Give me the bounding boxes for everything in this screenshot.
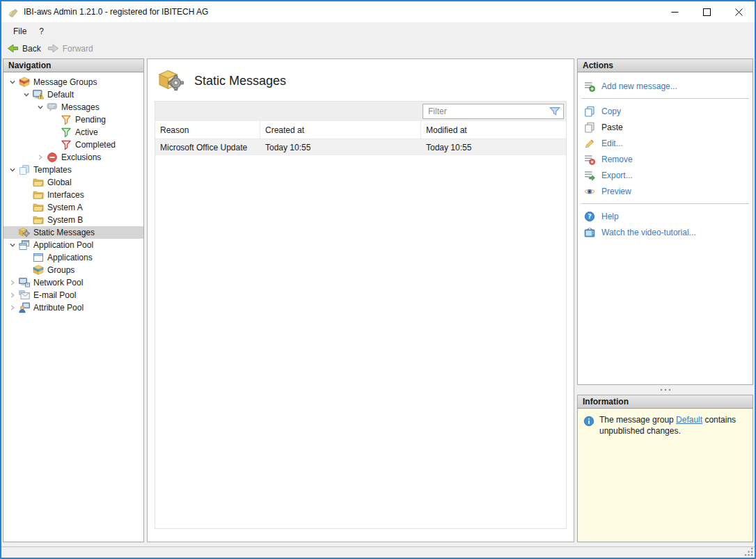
action-label: Add new message... — [601, 81, 677, 91]
tree-item-attribute-pool[interactable]: Attribute Pool — [3, 301, 143, 314]
tree-item-label: Completed — [75, 140, 120, 150]
window-title: IBI-aws Admin 1.21.0 - registered for IB… — [24, 7, 208, 17]
maximize-button[interactable] — [691, 1, 723, 22]
filter-funnel-icon[interactable] — [549, 105, 561, 118]
chevron-spacer — [20, 177, 33, 188]
tree-item-applications[interactable]: Applications — [3, 251, 143, 264]
chevron-collapsed-icon[interactable] — [6, 290, 19, 301]
toolbar: Back Forward — [1, 40, 755, 57]
funnel-red-icon — [61, 139, 72, 150]
title-bar[interactable]: IBI-aws Admin 1.21.0 - registered for IB… — [1, 1, 755, 22]
default-group-link[interactable]: Default — [676, 415, 702, 425]
email-icon — [19, 290, 30, 301]
close-button[interactable] — [723, 1, 755, 22]
action-watch-the-video-tutorial[interactable]: Watch the video-tutorial... — [578, 225, 753, 240]
copy-icon — [584, 106, 595, 117]
tree-item-label: Attribute Pool — [33, 303, 88, 313]
chevron-expanded-icon[interactable] — [6, 239, 19, 251]
main-panel: Static Messages ReasonCreated atModified… — [147, 58, 574, 542]
app-window: IBI-aws Admin 1.21.0 - registered for IB… — [0, 0, 756, 559]
filter-bar — [155, 102, 566, 121]
column-header-reason[interactable]: Reason — [155, 121, 260, 139]
tree-item-global[interactable]: Global — [3, 176, 143, 189]
tree-item-label: Templates — [33, 165, 76, 175]
menu-bar: File ? — [1, 22, 755, 40]
tree-item-messages[interactable]: Messages — [3, 101, 143, 113]
tree-item-exclusions[interactable]: Exclusions — [3, 151, 143, 164]
filter-input[interactable] — [423, 107, 549, 116]
column-header-modified-at[interactable]: Modified at — [421, 121, 566, 139]
tree-item-static-messages[interactable]: Static Messages — [3, 226, 143, 239]
action-label: Remove — [601, 155, 633, 164]
chevron-collapsed-icon[interactable] — [6, 302, 19, 313]
minimize-button[interactable] — [659, 1, 691, 22]
table-header: ReasonCreated atModified at — [155, 121, 566, 139]
window-controls — [659, 1, 755, 22]
tree-item-system-a[interactable]: System A — [3, 201, 143, 214]
forward-button[interactable]: Forward — [45, 41, 97, 56]
tree-item-default[interactable]: Default — [3, 88, 143, 101]
navigation-panel: Navigation Message GroupsDefaultMessages… — [3, 58, 144, 542]
action-help[interactable]: ?Help — [578, 209, 753, 224]
column-header-created-at[interactable]: Created at — [260, 121, 421, 139]
information-message: The message group Default contains unpub… — [599, 415, 747, 436]
tree-item-completed[interactable]: Completed — [3, 139, 143, 151]
tree-item-pending[interactable]: Pending — [3, 113, 143, 126]
tree-item-label: Applications — [47, 253, 97, 262]
resize-grip[interactable] — [744, 547, 754, 557]
chevron-expanded-icon[interactable] — [6, 164, 19, 175]
back-label: Back — [22, 44, 41, 54]
tree-item-label: Active — [75, 127, 102, 137]
tree-item-label: Static Messages — [33, 228, 99, 237]
chevron-expanded-icon[interactable] — [34, 102, 47, 113]
remove-icon — [584, 154, 595, 165]
chevron-spacer — [20, 189, 33, 200]
navigation-tree: Message GroupsDefaultMessagesPendingActi… — [3, 72, 144, 542]
chevron-collapsed-icon[interactable] — [6, 277, 19, 288]
tree-item-e-mail-pool[interactable]: E-mail Pool — [3, 289, 143, 301]
tree-item-interfaces[interactable]: Interfaces — [3, 189, 143, 201]
tree-item-templates[interactable]: Templates — [3, 164, 143, 176]
information-body: The message group Default contains unpub… — [577, 409, 753, 542]
edit-icon — [584, 138, 595, 149]
action-copy[interactable]: Copy — [578, 104, 753, 119]
chevron-collapsed-icon[interactable] — [34, 152, 47, 163]
action-remove[interactable]: Remove — [578, 152, 753, 167]
actions-panel: Actions Add new message...CopyPasteEdit.… — [577, 58, 753, 385]
tree-item-application-pool[interactable]: Application Pool — [3, 239, 143, 251]
table-cell: Today 10:55 — [421, 143, 566, 152]
info-text-before: The message group — [599, 415, 676, 425]
tree-item-label: Global — [47, 178, 76, 187]
action-export[interactable]: Export... — [578, 168, 753, 183]
chevron-spacer — [6, 227, 19, 238]
back-button[interactable]: Back — [5, 41, 45, 56]
tree-item-message-groups[interactable]: Message Groups — [3, 76, 143, 88]
table-row[interactable]: Microsoft Office UpdateToday 10:55Today … — [155, 139, 566, 155]
menu-help[interactable]: ? — [33, 24, 50, 38]
content-area: Navigation Message GroupsDefaultMessages… — [1, 57, 755, 546]
actions-separator — [581, 98, 749, 99]
add-message-icon — [584, 81, 595, 92]
action-add-new-message[interactable]: Add new message... — [578, 79, 753, 94]
folder-icon — [33, 202, 44, 213]
action-edit[interactable]: Edit... — [578, 136, 753, 151]
chevron-expanded-icon[interactable] — [20, 89, 33, 100]
tree-item-label: Exclusions — [61, 152, 105, 162]
action-paste[interactable]: Paste — [578, 120, 753, 135]
tree-item-groups[interactable]: Groups — [3, 264, 143, 276]
app-icon — [7, 6, 19, 18]
tree-item-system-b[interactable]: System B — [3, 214, 143, 226]
panel-splitter[interactable] — [577, 385, 753, 395]
tree-item-label: System B — [47, 215, 87, 225]
action-preview[interactable]: Preview — [578, 184, 753, 199]
chevron-spacer — [48, 127, 61, 138]
tree-item-network-pool[interactable]: Network Pool — [3, 276, 143, 289]
tree-item-active[interactable]: Active — [3, 126, 143, 139]
forward-label: Forward — [63, 44, 93, 54]
chevron-spacer — [48, 139, 61, 150]
chevron-spacer — [20, 252, 33, 263]
navigation-header: Navigation — [3, 58, 144, 72]
menu-file[interactable]: File — [7, 24, 33, 38]
box-gear-icon — [19, 227, 30, 238]
chevron-expanded-icon[interactable] — [6, 77, 19, 88]
